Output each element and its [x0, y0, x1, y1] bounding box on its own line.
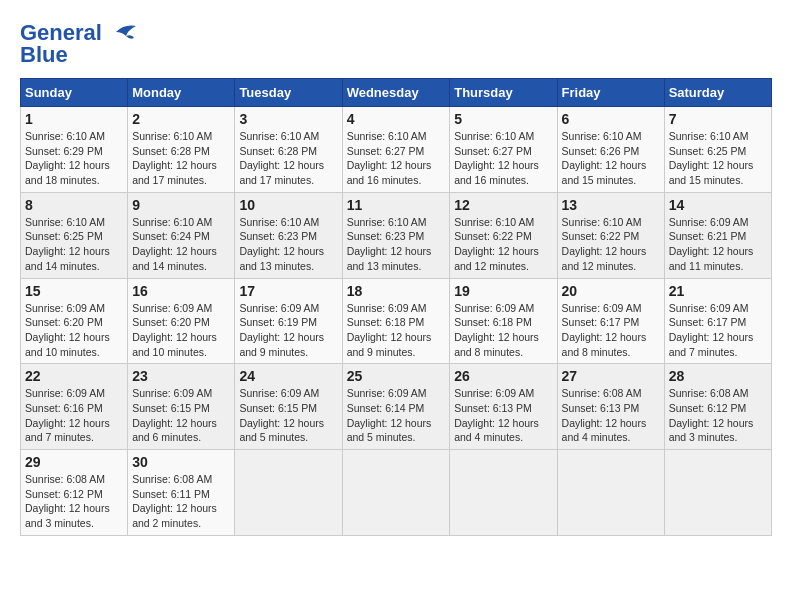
day-info: Sunrise: 6:08 AMSunset: 6:12 PMDaylight:… [669, 386, 767, 445]
day-number: 28 [669, 368, 767, 384]
calendar-cell [450, 450, 557, 536]
logo-blue: Blue [20, 42, 68, 68]
calendar-cell: 16Sunrise: 6:09 AMSunset: 6:20 PMDayligh… [128, 278, 235, 364]
day-info: Sunrise: 6:08 AMSunset: 6:11 PMDaylight:… [132, 472, 230, 531]
day-info: Sunrise: 6:10 AMSunset: 6:23 PMDaylight:… [347, 215, 446, 274]
day-number: 11 [347, 197, 446, 213]
day-number: 2 [132, 111, 230, 127]
day-number: 15 [25, 283, 123, 299]
day-number: 27 [562, 368, 660, 384]
weekday-header-monday: Monday [128, 79, 235, 107]
day-info: Sunrise: 6:08 AMSunset: 6:13 PMDaylight:… [562, 386, 660, 445]
calendar-cell: 21Sunrise: 6:09 AMSunset: 6:17 PMDayligh… [664, 278, 771, 364]
day-number: 29 [25, 454, 123, 470]
calendar-cell: 1Sunrise: 6:10 AMSunset: 6:29 PMDaylight… [21, 107, 128, 193]
calendar-cell: 18Sunrise: 6:09 AMSunset: 6:18 PMDayligh… [342, 278, 450, 364]
day-info: Sunrise: 6:10 AMSunset: 6:27 PMDaylight:… [347, 129, 446, 188]
weekday-header-sunday: Sunday [21, 79, 128, 107]
day-info: Sunrise: 6:10 AMSunset: 6:28 PMDaylight:… [239, 129, 337, 188]
calendar-cell: 22Sunrise: 6:09 AMSunset: 6:16 PMDayligh… [21, 364, 128, 450]
calendar-cell: 13Sunrise: 6:10 AMSunset: 6:22 PMDayligh… [557, 192, 664, 278]
calendar-cell: 19Sunrise: 6:09 AMSunset: 6:18 PMDayligh… [450, 278, 557, 364]
calendar-cell: 25Sunrise: 6:09 AMSunset: 6:14 PMDayligh… [342, 364, 450, 450]
calendar-cell: 2Sunrise: 6:10 AMSunset: 6:28 PMDaylight… [128, 107, 235, 193]
calendar-week-1: 1Sunrise: 6:10 AMSunset: 6:29 PMDaylight… [21, 107, 772, 193]
day-info: Sunrise: 6:08 AMSunset: 6:12 PMDaylight:… [25, 472, 123, 531]
weekday-header-friday: Friday [557, 79, 664, 107]
calendar-cell: 15Sunrise: 6:09 AMSunset: 6:20 PMDayligh… [21, 278, 128, 364]
day-number: 4 [347, 111, 446, 127]
calendar-cell: 28Sunrise: 6:08 AMSunset: 6:12 PMDayligh… [664, 364, 771, 450]
calendar-cell: 6Sunrise: 6:10 AMSunset: 6:26 PMDaylight… [557, 107, 664, 193]
day-number: 25 [347, 368, 446, 384]
day-info: Sunrise: 6:10 AMSunset: 6:22 PMDaylight:… [562, 215, 660, 274]
day-info: Sunrise: 6:10 AMSunset: 6:25 PMDaylight:… [25, 215, 123, 274]
day-number: 14 [669, 197, 767, 213]
calendar-cell: 11Sunrise: 6:10 AMSunset: 6:23 PMDayligh… [342, 192, 450, 278]
calendar-cell: 4Sunrise: 6:10 AMSunset: 6:27 PMDaylight… [342, 107, 450, 193]
day-number: 8 [25, 197, 123, 213]
calendar-week-2: 8Sunrise: 6:10 AMSunset: 6:25 PMDaylight… [21, 192, 772, 278]
day-number: 19 [454, 283, 552, 299]
day-info: Sunrise: 6:09 AMSunset: 6:21 PMDaylight:… [669, 215, 767, 274]
day-number: 26 [454, 368, 552, 384]
calendar-cell [342, 450, 450, 536]
day-info: Sunrise: 6:09 AMSunset: 6:20 PMDaylight:… [132, 301, 230, 360]
page-header: General Blue [20, 20, 772, 68]
calendar-cell: 24Sunrise: 6:09 AMSunset: 6:15 PMDayligh… [235, 364, 342, 450]
calendar-cell [664, 450, 771, 536]
calendar-body: 1Sunrise: 6:10 AMSunset: 6:29 PMDaylight… [21, 107, 772, 536]
day-number: 9 [132, 197, 230, 213]
day-info: Sunrise: 6:10 AMSunset: 6:25 PMDaylight:… [669, 129, 767, 188]
day-number: 18 [347, 283, 446, 299]
calendar-cell: 12Sunrise: 6:10 AMSunset: 6:22 PMDayligh… [450, 192, 557, 278]
day-info: Sunrise: 6:09 AMSunset: 6:14 PMDaylight:… [347, 386, 446, 445]
day-number: 5 [454, 111, 552, 127]
day-info: Sunrise: 6:10 AMSunset: 6:27 PMDaylight:… [454, 129, 552, 188]
weekday-header-thursday: Thursday [450, 79, 557, 107]
day-number: 21 [669, 283, 767, 299]
calendar-cell: 10Sunrise: 6:10 AMSunset: 6:23 PMDayligh… [235, 192, 342, 278]
day-info: Sunrise: 6:09 AMSunset: 6:13 PMDaylight:… [454, 386, 552, 445]
day-info: Sunrise: 6:10 AMSunset: 6:26 PMDaylight:… [562, 129, 660, 188]
calendar-cell: 17Sunrise: 6:09 AMSunset: 6:19 PMDayligh… [235, 278, 342, 364]
calendar-cell: 26Sunrise: 6:09 AMSunset: 6:13 PMDayligh… [450, 364, 557, 450]
day-info: Sunrise: 6:10 AMSunset: 6:23 PMDaylight:… [239, 215, 337, 274]
calendar-cell: 3Sunrise: 6:10 AMSunset: 6:28 PMDaylight… [235, 107, 342, 193]
weekday-header-tuesday: Tuesday [235, 79, 342, 107]
calendar-cell: 7Sunrise: 6:10 AMSunset: 6:25 PMDaylight… [664, 107, 771, 193]
day-number: 22 [25, 368, 123, 384]
calendar-cell: 5Sunrise: 6:10 AMSunset: 6:27 PMDaylight… [450, 107, 557, 193]
day-number: 3 [239, 111, 337, 127]
day-number: 16 [132, 283, 230, 299]
day-number: 7 [669, 111, 767, 127]
weekday-header-wednesday: Wednesday [342, 79, 450, 107]
calendar-week-3: 15Sunrise: 6:09 AMSunset: 6:20 PMDayligh… [21, 278, 772, 364]
calendar-cell: 23Sunrise: 6:09 AMSunset: 6:15 PMDayligh… [128, 364, 235, 450]
day-info: Sunrise: 6:10 AMSunset: 6:24 PMDaylight:… [132, 215, 230, 274]
calendar-cell: 8Sunrise: 6:10 AMSunset: 6:25 PMDaylight… [21, 192, 128, 278]
day-number: 24 [239, 368, 337, 384]
calendar-week-5: 29Sunrise: 6:08 AMSunset: 6:12 PMDayligh… [21, 450, 772, 536]
calendar-cell [557, 450, 664, 536]
day-info: Sunrise: 6:10 AMSunset: 6:28 PMDaylight:… [132, 129, 230, 188]
day-number: 1 [25, 111, 123, 127]
day-info: Sunrise: 6:09 AMSunset: 6:15 PMDaylight:… [132, 386, 230, 445]
calendar-cell: 20Sunrise: 6:09 AMSunset: 6:17 PMDayligh… [557, 278, 664, 364]
calendar-cell [235, 450, 342, 536]
day-info: Sunrise: 6:09 AMSunset: 6:20 PMDaylight:… [25, 301, 123, 360]
day-number: 12 [454, 197, 552, 213]
logo: General Blue [20, 20, 138, 68]
calendar-week-4: 22Sunrise: 6:09 AMSunset: 6:16 PMDayligh… [21, 364, 772, 450]
day-info: Sunrise: 6:10 AMSunset: 6:29 PMDaylight:… [25, 129, 123, 188]
calendar-table: SundayMondayTuesdayWednesdayThursdayFrid… [20, 78, 772, 536]
day-number: 17 [239, 283, 337, 299]
day-info: Sunrise: 6:09 AMSunset: 6:18 PMDaylight:… [347, 301, 446, 360]
day-info: Sunrise: 6:09 AMSunset: 6:18 PMDaylight:… [454, 301, 552, 360]
day-number: 10 [239, 197, 337, 213]
calendar-cell: 27Sunrise: 6:08 AMSunset: 6:13 PMDayligh… [557, 364, 664, 450]
day-number: 13 [562, 197, 660, 213]
calendar-cell: 14Sunrise: 6:09 AMSunset: 6:21 PMDayligh… [664, 192, 771, 278]
calendar-cell: 29Sunrise: 6:08 AMSunset: 6:12 PMDayligh… [21, 450, 128, 536]
logo-bird-icon [106, 22, 138, 44]
